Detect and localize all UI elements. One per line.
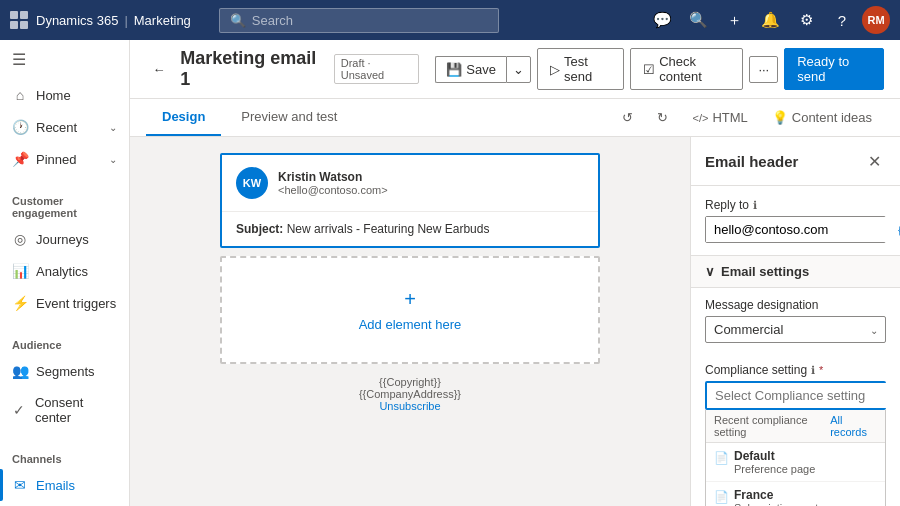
tabs-bar: Design Preview and test ↺ ↻ </> HTML 💡 C… xyxy=(130,99,900,137)
redo-button[interactable]: ↻ xyxy=(649,106,676,129)
sender-email: <hello@contoso.com> xyxy=(278,184,388,196)
sidebar-item-push-notifications[interactable]: 🔔 Push notifications xyxy=(0,501,129,506)
recent-icon: 🕐 xyxy=(12,119,28,135)
email-subject-row: Subject: New arrivals - Featuring New Ea… xyxy=(222,212,598,246)
section-audience: Audience xyxy=(0,331,129,355)
compliance-search-input[interactable] xyxy=(707,383,891,408)
back-button[interactable]: ← xyxy=(146,55,172,83)
app-module-text: Marketing xyxy=(134,13,191,28)
reply-to-input[interactable] xyxy=(706,217,890,242)
search-bar[interactable]: 🔍 xyxy=(219,8,499,33)
undo-button[interactable]: ↺ xyxy=(614,106,641,129)
sender-avatar: KW xyxy=(236,167,268,199)
consent-icon: ✓ xyxy=(12,402,27,418)
recent-label: Recent compliance setting xyxy=(714,414,830,438)
email-settings-toggle[interactable]: ∨ Email settings xyxy=(691,255,900,288)
sidebar-item-recent[interactable]: 🕐 Recent ⌄ xyxy=(0,111,129,143)
compliance-dropdown: Recent compliance setting All records 📄 … xyxy=(705,410,886,506)
save-split-button[interactable]: 💾 Save ⌄ xyxy=(435,56,531,83)
add-element-area[interactable]: + Add element here xyxy=(220,256,600,364)
check-content-button[interactable]: ☑ Check content xyxy=(630,48,743,90)
panel-title: Email header xyxy=(705,153,798,170)
sidebar-item-consent-center[interactable]: ✓ Consent center xyxy=(0,387,129,433)
all-records-link[interactable]: All records xyxy=(830,414,877,438)
pinned-arrow: ⌄ xyxy=(109,154,117,165)
copyright-line: {{Copyright}} xyxy=(232,376,588,388)
compliance-doc-icon-2: 📄 xyxy=(714,490,728,504)
reply-to-info[interactable]: ℹ xyxy=(753,199,757,212)
required-star: * xyxy=(819,364,823,376)
add-icon[interactable]: ＋ xyxy=(718,4,750,36)
section-customer-engagement: Customer engagement xyxy=(0,187,129,223)
settings-icon[interactable]: ⚙ xyxy=(790,4,822,36)
sender-name: Kristin Watson xyxy=(278,170,388,184)
sidebar-item-journeys[interactable]: ◎ Journeys xyxy=(0,223,129,255)
compliance-search-row[interactable]: 🔍 xyxy=(705,381,886,410)
topbar: Dynamics 365 | Marketing 🔍 💬 🔍 ＋ 🔔 ⚙ ? R… xyxy=(0,0,900,40)
sidebar-item-event-triggers[interactable]: ⚡ Event triggers xyxy=(0,287,129,319)
test-send-icon: ▷ xyxy=(550,62,560,77)
more-icon: ··· xyxy=(758,62,769,77)
content-area: KW Kristin Watson <hello@contoso.com> Su… xyxy=(130,137,900,506)
home-icon: ⌂ xyxy=(12,87,28,103)
sidebar-item-segments[interactable]: 👥 Segments xyxy=(0,355,129,387)
sidebar-item-home[interactable]: ⌂ Home xyxy=(0,79,129,111)
message-designation-select-wrapper[interactable]: Commercial Transactional ⌄ xyxy=(705,316,886,343)
compliance-item-france[interactable]: 📄 France Subscription center xyxy=(706,482,885,506)
grid-icon[interactable] xyxy=(10,11,28,29)
html-icon: </> xyxy=(692,112,708,124)
html-button[interactable]: </> HTML xyxy=(684,106,755,129)
save-button[interactable]: 💾 Save xyxy=(435,56,506,83)
redo-icon: ↻ xyxy=(657,110,668,125)
app-name-text: Dynamics 365 xyxy=(36,13,118,28)
topbar-icons: 💬 🔍 ＋ 🔔 ⚙ ? RM xyxy=(646,4,890,36)
main-area: ← Marketing email 1 Draft · Unsaved 💾 Sa… xyxy=(130,40,900,506)
close-button[interactable]: ✕ xyxy=(862,149,886,173)
test-send-button[interactable]: ▷ Test send xyxy=(537,48,624,90)
curly-braces-icon[interactable]: {} xyxy=(890,224,900,236)
search-help-icon[interactable]: 🔍 xyxy=(682,4,714,36)
section-channels: Channels xyxy=(0,445,129,469)
notification-icon[interactable]: 🔔 xyxy=(754,4,786,36)
sidebar-item-pinned[interactable]: 📌 Pinned ⌄ xyxy=(0,143,129,175)
email-footer: {{Copyright}} {{CompanyAddress}} Unsubsc… xyxy=(220,364,600,424)
avatar[interactable]: RM xyxy=(862,6,890,34)
tab-preview-test[interactable]: Preview and test xyxy=(225,99,353,136)
reply-to-label: Reply to ℹ xyxy=(705,198,886,212)
right-panel: Email header ✕ Reply to ℹ {} xyxy=(690,137,900,506)
lightbulb-icon: 💡 xyxy=(772,110,788,125)
ready-to-send-button[interactable]: Ready to send xyxy=(784,48,884,90)
compliance-info[interactable]: ℹ xyxy=(811,364,815,377)
collapse-icon: ∨ xyxy=(705,264,715,279)
menu-button[interactable]: ☰ xyxy=(0,40,129,79)
unsubscribe-link[interactable]: Unsubscribe xyxy=(232,400,588,412)
more-button[interactable]: ··· xyxy=(749,56,778,83)
save-icon: 💾 xyxy=(446,62,462,77)
sender-info: Kristin Watson <hello@contoso.com> xyxy=(278,170,388,196)
tab-actions: ↺ ↻ </> HTML 💡 Content ideas xyxy=(614,106,884,129)
tab-design[interactable]: Design xyxy=(146,99,221,136)
email-card[interactable]: KW Kristin Watson <hello@contoso.com> Su… xyxy=(220,153,600,248)
content-ideas-button[interactable]: 💡 Content ideas xyxy=(764,106,880,129)
page-header-actions: 💾 Save ⌄ ▷ Test send ☑ Check content ··· xyxy=(435,48,884,90)
undo-icon: ↺ xyxy=(622,110,633,125)
recent-arrow: ⌄ xyxy=(109,122,117,133)
chat-icon[interactable]: 💬 xyxy=(646,4,678,36)
sidebar-item-emails[interactable]: ✉ Emails xyxy=(0,469,129,501)
help-icon[interactable]: ? xyxy=(826,4,858,36)
add-element-label: Add element here xyxy=(359,317,462,332)
page-title: Marketing email 1 xyxy=(180,48,321,90)
email-header-row: KW Kristin Watson <hello@contoso.com> xyxy=(222,155,598,212)
email-settings-title: ∨ Email settings xyxy=(705,264,809,279)
compliance-setting-label: Compliance setting ℹ * xyxy=(705,363,886,377)
sidebar-item-analytics[interactable]: 📊 Analytics xyxy=(0,255,129,287)
save-dropdown-arrow[interactable]: ⌄ xyxy=(506,56,531,83)
panel-header: Email header ✕ xyxy=(691,137,900,186)
app-name: Dynamics 365 | Marketing xyxy=(36,13,191,28)
compliance-item-default[interactable]: 📄 Default Preference page xyxy=(706,443,885,482)
reply-to-input-row[interactable]: {} xyxy=(705,216,886,243)
search-input[interactable] xyxy=(252,13,488,28)
back-icon: ← xyxy=(153,62,166,77)
message-designation-select[interactable]: Commercial Transactional xyxy=(705,316,886,343)
add-element-icon: + xyxy=(404,288,416,311)
